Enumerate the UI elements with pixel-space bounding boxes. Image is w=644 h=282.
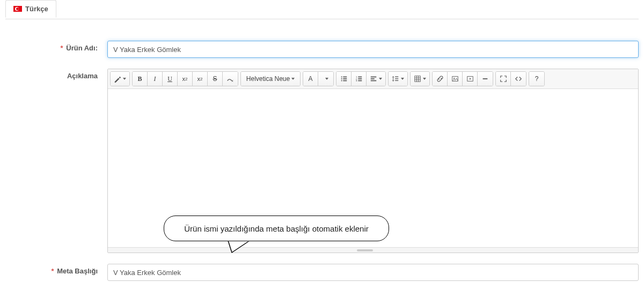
chevron-down-icon <box>423 78 426 80</box>
hr-button[interactable] <box>478 72 493 86</box>
ul-button[interactable] <box>336 72 352 86</box>
svg-point-24 <box>453 78 455 79</box>
bold-button[interactable]: B <box>133 72 148 86</box>
meta-title-input[interactable] <box>107 264 639 281</box>
svg-rect-16 <box>395 78 398 79</box>
label-meta-title: * Meta Başlığı <box>5 264 107 275</box>
svg-point-4 <box>341 80 342 81</box>
svg-rect-13 <box>371 78 375 79</box>
svg-rect-18 <box>415 76 421 82</box>
help-button[interactable]: ? <box>529 72 544 86</box>
superscript-button[interactable]: x2 <box>178 72 193 86</box>
chevron-down-icon <box>291 78 295 80</box>
svg-rect-5 <box>343 80 347 81</box>
svg-rect-7 <box>358 77 362 78</box>
link-button[interactable] <box>433 72 448 86</box>
code-button[interactable] <box>511 72 526 86</box>
video-button[interactable] <box>463 72 478 86</box>
italic-button[interactable]: I <box>148 72 163 86</box>
fullscreen-button[interactable] <box>496 72 511 86</box>
font-family-select[interactable]: Helvetica Neue <box>241 72 300 86</box>
svg-point-2 <box>341 78 342 79</box>
editor-toolbar: B I U x2 x2 S Helvetica Neue <box>108 69 638 89</box>
required-marker: * <box>51 267 54 275</box>
svg-point-0 <box>341 76 342 77</box>
tabs: Türkçe <box>5 0 639 19</box>
chevron-down-icon <box>379 78 382 80</box>
font-color-dropdown[interactable] <box>318 72 333 86</box>
underline-button[interactable]: U <box>163 72 178 86</box>
editor-resize-handle[interactable] <box>108 247 638 253</box>
hint-callout: Ürün ismi yazıldığında meta başlığı otom… <box>164 216 389 241</box>
product-name-input[interactable] <box>107 41 639 58</box>
required-marker: * <box>61 44 63 52</box>
svg-rect-12 <box>371 77 377 78</box>
table-button[interactable] <box>411 72 429 86</box>
svg-rect-9 <box>358 78 362 79</box>
svg-rect-11 <box>358 80 362 81</box>
strikethrough-button[interactable]: S <box>208 72 223 86</box>
label-description: Açıklama <box>5 69 107 80</box>
svg-rect-14 <box>371 80 377 81</box>
svg-rect-26 <box>483 78 488 79</box>
row-meta-title: * Meta Başlığı <box>5 258 639 282</box>
svg-rect-15 <box>395 77 398 77</box>
svg-rect-1 <box>343 77 347 78</box>
ol-button[interactable]: 123 <box>352 72 367 86</box>
chevron-down-icon <box>123 78 126 80</box>
chevron-down-icon <box>325 78 328 80</box>
align-button[interactable] <box>367 72 385 86</box>
magic-button[interactable] <box>111 72 129 86</box>
font-color-button[interactable]: A <box>303 72 318 86</box>
callout-tail-icon <box>225 240 258 256</box>
chevron-down-icon <box>401 78 404 80</box>
row-product-name: * Ürün Adı: <box>5 35 639 63</box>
image-button[interactable] <box>448 72 463 86</box>
lineheight-button[interactable] <box>389 72 407 86</box>
svg-text:3: 3 <box>355 79 357 82</box>
svg-rect-17 <box>395 80 398 81</box>
flag-icon <box>13 6 22 12</box>
clear-format-button[interactable] <box>223 72 238 86</box>
tab-label: Türkçe <box>25 5 48 13</box>
subscript-button[interactable]: x2 <box>193 72 208 86</box>
tab-turkish[interactable]: Türkçe <box>5 0 56 18</box>
label-product-name: * Ürün Adı: <box>5 41 107 52</box>
svg-rect-3 <box>343 78 347 79</box>
